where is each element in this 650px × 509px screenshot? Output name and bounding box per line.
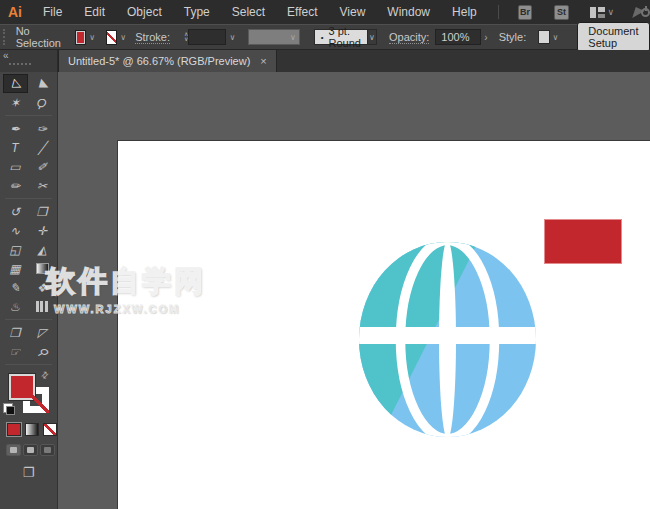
style-swatch[interactable] — [538, 30, 549, 44]
stroke-weight-chevron-icon[interactable]: ∨ — [226, 33, 238, 42]
tool-zoom[interactable]: ⚲ — [30, 342, 55, 361]
document-tab[interactable]: Untitled-5* @ 66.67% (RGB/Preview) × — [58, 50, 277, 72]
tool-width[interactable]: ∿ — [3, 221, 28, 240]
pen-icon: ✒ — [10, 122, 20, 136]
variable-width-profile-dropdown[interactable]: • 3 pt. Round — [314, 29, 368, 45]
line-segment-icon: ╱ — [38, 141, 45, 155]
slice-icon: ◸ — [37, 326, 46, 340]
globe-logo[interactable] — [359, 242, 536, 437]
type-icon: T — [11, 141, 18, 155]
selection-status: No Selection — [16, 25, 61, 49]
curvature-icon: ✑ — [37, 122, 47, 136]
document-setup-button[interactable]: Document Setup — [577, 22, 650, 52]
draw-behind-button[interactable] — [23, 444, 38, 456]
tool-line-segment[interactable]: ╱ — [30, 138, 55, 157]
symbol-sprayer-icon: ♨ — [10, 300, 21, 314]
color-button[interactable] — [7, 423, 21, 436]
tab-bar: « Untitled-5* @ 66.67% (RGB/Preview) × — [0, 50, 650, 72]
zoom-icon: ⚲ — [34, 343, 50, 359]
tool-rectangle[interactable]: ▭ — [3, 157, 28, 176]
tool-gradient[interactable] — [30, 259, 55, 278]
perspective-grid-icon: ◭ — [37, 243, 46, 257]
red-rectangle-shape[interactable] — [544, 219, 622, 264]
tool-pencil[interactable]: ✏ — [3, 176, 28, 195]
draw-inside-button[interactable] — [40, 444, 55, 456]
menu-file[interactable]: File — [32, 5, 73, 19]
profile-chevron-icon[interactable]: ∨ — [368, 29, 377, 45]
stroke-label[interactable]: Stroke: — [135, 31, 170, 44]
menu-edit[interactable]: Edit — [73, 5, 116, 19]
menu-type[interactable]: Type — [173, 5, 221, 19]
tool-lasso[interactable]: Ϙ — [30, 93, 55, 112]
close-tab-icon[interactable]: × — [260, 55, 266, 67]
globe-equator-band — [359, 327, 536, 344]
scale-icon: ❐ — [37, 205, 48, 219]
stroke-color-swatch[interactable] — [106, 30, 117, 45]
rectangle-icon: ▭ — [9, 160, 20, 174]
tools-separator — [5, 198, 52, 199]
style-chevron-icon[interactable]: ∨ — [550, 33, 562, 42]
tool-mesh[interactable]: ▦ — [3, 259, 28, 278]
bridge-button[interactable]: Br — [518, 5, 533, 20]
none-button[interactable] — [43, 423, 57, 436]
opacity-label[interactable]: Opacity: — [389, 31, 429, 44]
tool-artboard[interactable]: ❒ — [3, 323, 28, 342]
profile-value: 3 pt. Round — [329, 25, 361, 49]
tool-scissors[interactable]: ✂ — [30, 176, 55, 195]
gradient-button[interactable] — [25, 423, 39, 436]
power-icon — [641, 8, 650, 17]
color-mode-row — [0, 423, 57, 436]
opacity-field[interactable]: 100% — [435, 29, 481, 45]
panel-grip[interactable] — [3, 29, 6, 45]
tool-free-transform[interactable]: ✛ — [30, 221, 55, 240]
magic-wand-icon: ✶ — [10, 96, 20, 110]
draw-normal-button[interactable] — [6, 444, 21, 456]
menu-help[interactable]: Help — [441, 5, 488, 19]
cs-live-icon[interactable] — [634, 7, 650, 18]
menu-object[interactable]: Object — [116, 5, 173, 19]
menu-effect[interactable]: Effect — [276, 5, 328, 19]
tool-slice[interactable]: ◸ — [30, 323, 55, 342]
tool-blend[interactable]: ❖ — [30, 278, 55, 297]
tool-curvature[interactable]: ✑ — [30, 119, 55, 138]
stock-button[interactable]: St — [554, 5, 569, 20]
tool-shape-builder[interactable]: ◱ — [3, 240, 28, 259]
tool-symbol-sprayer[interactable]: ♨ — [3, 297, 28, 316]
stroke-indicator-swatch[interactable] — [23, 387, 49, 413]
paintbrush-icon: ✐ — [37, 160, 47, 174]
fill-chevron-icon[interactable]: ∨ — [86, 33, 98, 42]
menu-view[interactable]: View — [329, 5, 377, 19]
document-tab-title: Untitled-5* @ 66.67% (RGB/Preview) — [68, 55, 250, 67]
default-fill-stroke-icon[interactable] — [3, 403, 13, 413]
tool-pen[interactable]: ✒ — [3, 119, 28, 138]
tool-perspective-grid[interactable]: ◭ — [30, 240, 55, 259]
menu-window[interactable]: Window — [376, 5, 441, 19]
swap-fill-stroke-icon[interactable]: ⇄ — [39, 369, 51, 381]
tool-type[interactable]: T — [3, 138, 28, 157]
workspace-switcher-icon[interactable] — [590, 7, 604, 18]
tool-hand[interactable]: ☞ — [3, 342, 28, 361]
artboard-icon: ❒ — [10, 326, 21, 340]
width-tool-icon: ∿ — [10, 224, 20, 238]
opacity-arrow-icon[interactable]: › — [481, 32, 490, 43]
tool-direct-selection[interactable]: ▶ — [30, 74, 55, 93]
screen-mode-button[interactable]: ❐ — [0, 465, 57, 480]
menu-select[interactable]: Select — [221, 5, 276, 19]
tool-paintbrush[interactable]: ✐ — [30, 157, 55, 176]
tool-column-graph[interactable] — [30, 297, 55, 316]
pencil-icon: ✏ — [10, 179, 20, 193]
fill-color-swatch[interactable] — [75, 30, 86, 45]
tool-scale[interactable]: ❐ — [30, 202, 55, 221]
canvas-pasteboard[interactable] — [58, 72, 650, 509]
tool-magic-wand[interactable]: ✶ — [3, 93, 28, 112]
tools-panel-grip[interactable] — [9, 63, 31, 65]
tool-selection[interactable]: ▷ — [3, 74, 28, 93]
brush-definition-dropdown[interactable]: ∨ — [248, 29, 299, 45]
tool-eyedropper[interactable]: ✎ — [3, 278, 28, 297]
stroke-chevron-icon[interactable]: ∨ — [117, 33, 129, 42]
tool-rotate[interactable]: ↺ — [3, 202, 28, 221]
stroke-weight-field[interactable] — [188, 29, 226, 45]
menu-bar: Ai File Edit Object Type Select Effect V… — [0, 0, 650, 24]
chevron-down-icon[interactable]: ∨ — [603, 7, 618, 17]
collapse-panel-icon[interactable]: « — [3, 50, 9, 61]
